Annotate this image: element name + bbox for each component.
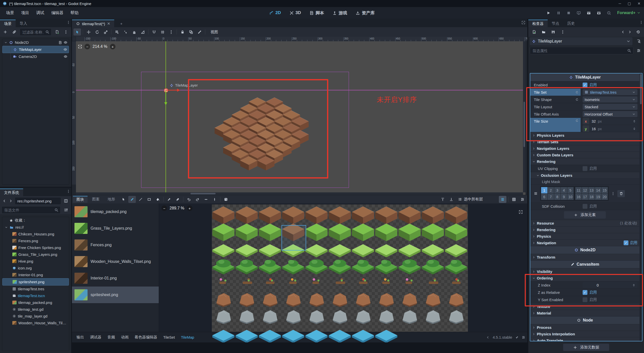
rotate-right[interactable] bbox=[194, 196, 201, 203]
enum-dropdown[interactable]: Horizontal Offset bbox=[583, 111, 637, 117]
group-Physics Layers[interactable]: Physics Layers bbox=[530, 132, 639, 139]
add-node-button[interactable] bbox=[2, 28, 9, 36]
file-Wooden_House_Walls_Tilset....[interactable]: Wooden_House_Walls_Tilset.... bbox=[2, 320, 69, 326]
mask-bit-17[interactable]: 17 bbox=[582, 194, 588, 200]
tool-rotate[interactable] bbox=[93, 28, 101, 36]
group-Navigation[interactable]: Navigation✓启用 bbox=[530, 240, 639, 246]
minimize-button[interactable]: ─ bbox=[619, 2, 621, 6]
file-tilemapTest.tres[interactable]: tilemapTest.tres bbox=[2, 286, 69, 292]
bottom-tab-TileMap[interactable]: TileMap bbox=[178, 334, 197, 340]
workspace-3D[interactable]: 3D bbox=[287, 9, 304, 17]
file-spritesheet.png[interactable]: spritesheet.png bbox=[2, 278, 69, 286]
file-Fences.png[interactable]: Fences.png bbox=[2, 237, 69, 244]
pause-button[interactable] bbox=[554, 9, 563, 17]
group-Occlusion Layers[interactable]: Occlusion Layers bbox=[530, 172, 639, 179]
fs-forward-button[interactable] bbox=[8, 197, 14, 204]
atlas-zoom-out-button[interactable]: − bbox=[162, 205, 167, 211]
mask-bit-11[interactable]: 11 bbox=[575, 187, 582, 193]
checkbox[interactable] bbox=[583, 204, 587, 209]
instantiate-scene-button[interactable] bbox=[11, 28, 18, 36]
bottom-tab-TileSet[interactable]: TileSet bbox=[161, 334, 177, 340]
play-button[interactable] bbox=[544, 9, 553, 17]
stop-button[interactable] bbox=[565, 9, 573, 17]
workspace-脚本[interactable]: 脚本 bbox=[306, 9, 327, 17]
mask-bit-1[interactable]: 1 bbox=[541, 187, 547, 193]
vector-y[interactable]: y16 px bbox=[583, 125, 637, 132]
tilemap-tab-地形[interactable]: 地形 bbox=[104, 196, 119, 203]
menu-场景[interactable]: 场景 bbox=[3, 9, 18, 17]
scene-tree-menu-button[interactable] bbox=[62, 28, 70, 36]
menu-项目[interactable]: 项目 bbox=[18, 9, 33, 17]
bottom-tab-输出[interactable]: 输出 bbox=[74, 334, 87, 341]
revert-icon[interactable] bbox=[575, 119, 579, 122]
chevron-down-icon[interactable] bbox=[4, 41, 7, 44]
group-Physics[interactable]: Physics bbox=[530, 233, 639, 240]
renderer-selector[interactable]: Forward+ bbox=[617, 11, 640, 15]
tileset-source-Grass_Tile_Layers.png[interactable]: Grass_Tile_Layers.png bbox=[72, 220, 159, 237]
script-icon[interactable] bbox=[58, 41, 62, 44]
layers-dropdown[interactable]: 选中所有层 bbox=[456, 196, 498, 202]
tab-scene[interactable]: 场景 bbox=[0, 20, 16, 27]
mask-bit-18[interactable]: 18 bbox=[588, 194, 595, 200]
group-Process[interactable]: Process bbox=[530, 324, 639, 331]
movie-maker-button[interactable] bbox=[605, 9, 613, 17]
mask-bit-10[interactable]: 10 bbox=[567, 194, 574, 200]
tilemap-tab-图块[interactable]: 图块 bbox=[73, 196, 88, 203]
bottom-tab-着色器编辑器[interactable]: 着色器编辑器 bbox=[132, 334, 160, 341]
mask-bit-12[interactable]: 12 bbox=[582, 187, 588, 193]
mask-bit-8[interactable]: 8 bbox=[554, 194, 560, 200]
vector-x[interactable]: x32 px bbox=[583, 118, 637, 124]
inspector-menu-icon[interactable] bbox=[639, 21, 643, 24]
resource-menu-button[interactable] bbox=[559, 28, 567, 36]
toggle-smart-snap[interactable] bbox=[150, 28, 158, 36]
scene-filter-input[interactable] bbox=[22, 30, 44, 34]
edited-object-selector[interactable]: TileMapLayer bbox=[530, 37, 632, 45]
bottom-tab-调试器[interactable]: 调试器 bbox=[88, 334, 104, 341]
tilemap-tab-图案[interactable]: 图案 bbox=[89, 196, 103, 203]
load-resource-button[interactable] bbox=[540, 28, 547, 36]
toggle-grid-snap[interactable] bbox=[159, 28, 166, 36]
file-Hive.png[interactable]: Hive.png bbox=[2, 258, 69, 265]
skeleton-button[interactable] bbox=[196, 28, 203, 36]
flip-vertical[interactable] bbox=[211, 196, 218, 203]
scene-filter-field[interactable] bbox=[20, 28, 52, 36]
atlas-zoom-level[interactable]: 289.7 % bbox=[170, 206, 184, 210]
filesystem-menu-icon[interactable] bbox=[67, 190, 70, 193]
fs-path-field[interactable] bbox=[15, 197, 61, 205]
file-Grass_Tile_Layers.png[interactable]: Grass_Tile_Layers.png bbox=[2, 251, 69, 258]
group-Auto Translate[interactable]: Auto Translate bbox=[530, 337, 639, 341]
move-layer-down[interactable] bbox=[448, 196, 455, 203]
atlas-center-view-icon[interactable] bbox=[519, 210, 523, 214]
random-tile-toggle[interactable] bbox=[222, 196, 230, 203]
drag-handle-icon[interactable] bbox=[534, 192, 538, 195]
workspace-资产库[interactable]: 资产库 bbox=[353, 9, 378, 17]
workspace-游戏[interactable]: 游戏 bbox=[330, 9, 350, 17]
group-Material[interactable]: Material bbox=[530, 310, 639, 316]
panel-settings-icon[interactable] bbox=[522, 336, 525, 339]
view-menu[interactable]: 视图 bbox=[207, 28, 222, 36]
close-tab-icon[interactable]: ✕ bbox=[107, 21, 110, 26]
mask-bit-6[interactable]: 6 bbox=[541, 194, 547, 200]
play-custom-scene-button[interactable] bbox=[595, 9, 603, 17]
mask-bit-7[interactable]: 7 bbox=[548, 194, 554, 200]
fs-back-button[interactable] bbox=[2, 197, 7, 204]
flip-horizontal[interactable] bbox=[202, 196, 210, 203]
expand-viewport-icon[interactable] bbox=[521, 21, 525, 24]
file-tilemap_packed.png[interactable]: tilemap_packed.png bbox=[2, 299, 69, 306]
tilemap-settings-button[interactable] bbox=[519, 196, 526, 203]
collapse-panel-icon[interactable] bbox=[486, 336, 490, 339]
mask-bit-3[interactable]: 3 bbox=[554, 187, 560, 193]
tileset-source-Fences.png[interactable]: Fences.png bbox=[72, 237, 159, 253]
fs-filter-input[interactable] bbox=[4, 208, 53, 213]
group-Ordering[interactable]: Ordering bbox=[530, 275, 639, 281]
inspector-tab-节点[interactable]: 节点 bbox=[548, 20, 563, 27]
paint-line[interactable] bbox=[137, 196, 144, 203]
delete-element-button[interactable] bbox=[617, 190, 625, 197]
add-metadata-button[interactable]: 添加元数据 bbox=[563, 344, 609, 351]
file-Chikcen_Houses.png[interactable]: Chikcen_Houses.png bbox=[2, 231, 69, 237]
favorites-row[interactable]: 收藏： bbox=[2, 217, 69, 224]
revert-icon[interactable] bbox=[575, 91, 579, 94]
mask-bit-2[interactable]: 2 bbox=[548, 187, 554, 193]
group-Custom Data Layers[interactable]: Custom Data Layers bbox=[530, 152, 639, 158]
remote-debug-button[interactable] bbox=[575, 9, 583, 17]
